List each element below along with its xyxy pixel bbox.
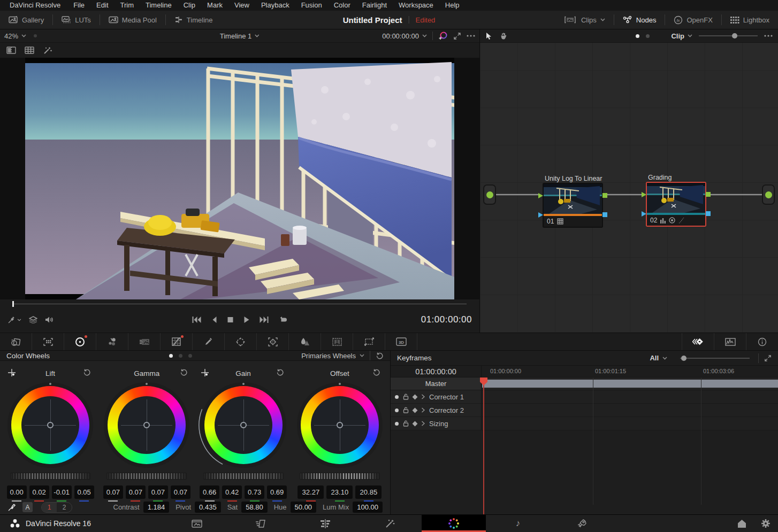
palette-key[interactable] xyxy=(321,333,353,350)
corrector-2-lane[interactable] xyxy=(482,404,778,417)
page-edit[interactable] xyxy=(293,515,357,532)
lift-g-value[interactable]: -0.01 xyxy=(52,485,72,499)
master-track-row[interactable]: Master xyxy=(391,377,778,390)
sizing-row[interactable]: Sizing xyxy=(391,417,778,430)
node-graph-canvas[interactable]: Unity Log To Linear 01 Gr xyxy=(480,43,778,333)
offset-wheel[interactable] xyxy=(297,382,383,468)
menu-playback[interactable]: Playback xyxy=(256,0,295,11)
pivot-value[interactable]: 0.435 xyxy=(195,502,221,513)
corrector-2-row[interactable]: Corrector 2 xyxy=(391,404,778,417)
menu-color[interactable]: Color xyxy=(329,0,356,11)
node-zoom-slider[interactable] xyxy=(699,35,758,36)
page-dots[interactable] xyxy=(169,354,192,358)
gamma-b-value[interactable]: 0.07 xyxy=(171,485,190,499)
gain-reset-icon[interactable] xyxy=(276,368,284,376)
slider-thumb[interactable] xyxy=(732,33,737,38)
palette-curves[interactable] xyxy=(161,333,193,350)
node-02[interactable]: Grading 02 xyxy=(646,182,706,227)
palette-tracker[interactable] xyxy=(257,333,289,350)
sat-value[interactable]: 58.80 xyxy=(241,502,268,513)
page-fusion[interactable] xyxy=(357,515,422,532)
gallery-button[interactable]: Gallery xyxy=(0,11,52,29)
lift-balance-indicator[interactable] xyxy=(47,422,54,428)
slider-thumb[interactable] xyxy=(681,356,687,361)
node-02-key-output[interactable] xyxy=(706,211,711,216)
enable-dot-icon[interactable] xyxy=(395,408,399,412)
keyframes-empty-area[interactable] xyxy=(391,430,778,501)
menu-mark[interactable]: Mark xyxy=(202,0,228,11)
palette-camera-raw[interactable] xyxy=(0,333,32,350)
hue-value[interactable]: 50.00 xyxy=(291,502,317,513)
gain-y-value[interactable]: 0.66 xyxy=(200,485,219,499)
palette-color-wheels[interactable] xyxy=(64,333,96,350)
node-mode-dropdown[interactable]: Clip xyxy=(671,32,692,40)
gain-wheel[interactable] xyxy=(201,382,286,468)
enhance-wand-icon[interactable] xyxy=(43,47,52,55)
node-view-dot-1[interactable] xyxy=(636,34,639,38)
lift-master-slider[interactable] xyxy=(10,473,90,480)
gain-master-slider[interactable] xyxy=(203,473,284,480)
page-color[interactable] xyxy=(422,515,486,532)
luts-button[interactable]: LUTs xyxy=(53,11,100,29)
lift-r-value[interactable]: 0.02 xyxy=(29,485,49,499)
chevron-right-icon[interactable] xyxy=(421,394,425,399)
wheel-page-toggle[interactable]: 1 2 xyxy=(41,502,72,513)
go-to-end-icon[interactable] xyxy=(260,316,269,323)
gamma-y-value[interactable]: 0.07 xyxy=(103,485,123,499)
lift-picker-icon[interactable] xyxy=(7,368,16,377)
palette-keyframes-quick[interactable] xyxy=(682,333,714,350)
corrector-1-row[interactable]: Corrector 1 xyxy=(391,390,778,404)
step-back-icon[interactable] xyxy=(211,316,218,323)
page-1-button[interactable]: 1 xyxy=(42,503,57,512)
offset-r-value[interactable]: 32.27 xyxy=(298,485,324,499)
lift-y-value[interactable]: 0.00 xyxy=(7,485,27,499)
palette-rgb-mixer[interactable] xyxy=(96,333,128,350)
page-fairlight[interactable]: ♪ xyxy=(486,515,550,532)
scrubber-track[interactable] xyxy=(13,304,467,304)
media-pool-button[interactable]: Media Pool xyxy=(100,11,165,29)
expand-panel-icon[interactable] xyxy=(764,354,772,362)
stop-icon[interactable] xyxy=(227,316,234,323)
go-to-start-icon[interactable] xyxy=(192,316,202,323)
pan-tool-icon[interactable] xyxy=(500,32,508,40)
menu-app[interactable]: DaVinci Resolve xyxy=(4,0,67,11)
palette-info[interactable] xyxy=(746,333,778,350)
node-view-dot-2[interactable] xyxy=(646,34,650,38)
keyframes-ruler[interactable]: 01:00:00:00 01:00:01:15 01:00:03:06 xyxy=(482,366,778,377)
gain-balance-indicator[interactable] xyxy=(240,422,247,428)
corrector-1-lane[interactable] xyxy=(482,390,778,403)
menu-timeline[interactable]: Timeline xyxy=(140,0,177,11)
palette-blur[interactable] xyxy=(289,333,321,350)
openfx-button[interactable]: fx OpenFX xyxy=(665,11,721,29)
zoom-level-dropdown[interactable]: 42% xyxy=(4,32,26,40)
menu-view[interactable]: View xyxy=(229,0,255,11)
page-cut[interactable] xyxy=(229,515,293,532)
enable-dot-icon[interactable] xyxy=(395,395,399,399)
node-02-key-input[interactable] xyxy=(642,211,646,217)
offset-reset-icon[interactable] xyxy=(372,368,380,376)
output-node[interactable] xyxy=(762,184,775,205)
gamma-r-value[interactable]: 0.07 xyxy=(126,485,146,499)
keyframes-filter-dropdown[interactable]: All xyxy=(650,354,667,362)
keyframe-diamond-icon[interactable] xyxy=(413,407,418,413)
reset-all-icon[interactable] xyxy=(376,352,384,360)
grade-preview-icon[interactable] xyxy=(438,31,448,41)
auto-balance-picker-icon[interactable] xyxy=(7,503,17,512)
gamma-balance-indicator[interactable] xyxy=(143,422,150,428)
lock-icon[interactable] xyxy=(403,394,409,400)
clips-button[interactable]: Clips xyxy=(556,11,614,29)
gain-g-value[interactable]: 0.73 xyxy=(245,485,264,499)
enable-dot-icon[interactable] xyxy=(395,422,399,426)
video-viewport[interactable] xyxy=(0,58,479,299)
grid-view-icon[interactable] xyxy=(25,47,34,54)
gamma-reset-icon[interactable] xyxy=(180,368,188,376)
keyframes-playhead[interactable] xyxy=(483,377,484,523)
source-node[interactable] xyxy=(483,184,496,205)
project-settings-icon[interactable] xyxy=(761,519,771,528)
menu-fusion[interactable]: Fusion xyxy=(296,0,327,11)
chevron-right-icon[interactable] xyxy=(421,407,425,413)
node-options-icon[interactable] xyxy=(764,35,773,37)
palette-qualifier[interactable] xyxy=(193,333,225,350)
gain-b-value[interactable]: 0.69 xyxy=(267,485,287,499)
keyframe-diamond-icon[interactable] xyxy=(413,394,418,399)
